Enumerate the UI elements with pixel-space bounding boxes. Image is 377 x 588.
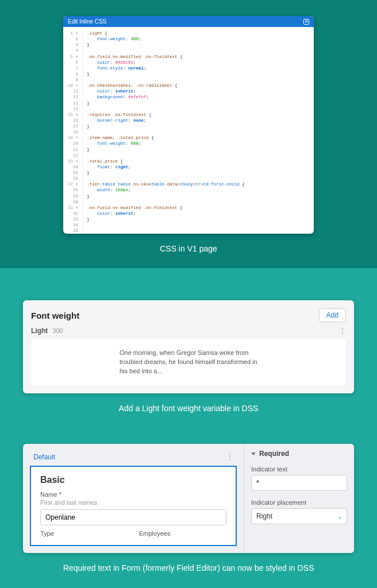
css-editor-titlebar: Edit Inline CSS ✕ [63, 16, 314, 27]
close-icon[interactable]: ✕ [303, 19, 309, 25]
required-section-toggle[interactable]: Required [251, 450, 347, 458]
font-weight-title: Font weight [31, 311, 79, 320]
chevron-down-icon: ⌄ [337, 513, 342, 520]
section-caption: Required text in Form (formerly Field Ed… [23, 563, 354, 572]
kebab-menu-icon[interactable]: ⋮ [226, 453, 233, 461]
font-weight-preview: One morning, when Gregor Samsa woke from… [31, 339, 346, 385]
font-weight-value: 300 [52, 327, 63, 334]
css-editor-body[interactable]: 1 ▾2345 ▾678910 ▾1112131415 ▾16171819 ▾2… [63, 27, 314, 234]
form-heading: Basic [40, 475, 226, 485]
form-selected-box[interactable]: Basic Name * First and last names Type E… [30, 466, 237, 546]
section-css: Edit Inline CSS ✕ 1 ▾2345 ▾678910 ▾11121… [0, 0, 377, 268]
line-gutter: 1 ▾2345 ▾678910 ▾1112131415 ▾16171819 ▾2… [66, 30, 83, 234]
section-font-weight: Font weight Add Light 300 ⋮ One morning,… [0, 268, 377, 427]
name-label: Name * [40, 491, 226, 498]
code-area[interactable]: .light { font-weight: 300;} .nx-field.nx… [83, 30, 245, 234]
chevron-down-icon [251, 452, 256, 455]
font-weight-card: Font weight Add Light 300 ⋮ One morning,… [23, 300, 354, 393]
form-properties-panel: Required Indicator text Indicator placem… [244, 444, 354, 553]
name-hint: First and last names [40, 499, 226, 506]
indicator-text-input[interactable] [251, 475, 347, 491]
font-weight-row[interactable]: Light 300 ⋮ [31, 326, 346, 339]
indicator-text-label: Indicator text [251, 466, 347, 473]
indicator-placement-label: Indicator placement [251, 499, 347, 506]
section-caption: CSS in V1 page [63, 244, 314, 253]
name-field[interactable] [40, 509, 226, 525]
preview-text: One morning, when Gregor Samsa woke from… [120, 349, 257, 376]
css-editor-title: Edit Inline CSS [68, 18, 106, 25]
kebab-menu-icon[interactable]: ⋮ [339, 327, 346, 335]
section-form: Default ⋮ Basic Name * First and last na… [0, 427, 377, 586]
indicator-placement-select[interactable]: Right ⌄ [251, 508, 347, 524]
employees-label: Employees [139, 530, 226, 537]
font-weight-name: Light [31, 327, 48, 335]
form-tab-default[interactable]: Default [33, 453, 55, 461]
css-editor-card: Edit Inline CSS ✕ 1 ▾2345 ▾678910 ▾11121… [63, 16, 314, 234]
add-button[interactable]: Add [319, 308, 346, 322]
section-caption: Add a Light font weight variable in DSS [23, 404, 354, 413]
form-canvas: Default ⋮ Basic Name * First and last na… [23, 444, 244, 553]
form-panel: Default ⋮ Basic Name * First and last na… [23, 444, 354, 553]
type-label: Type [40, 530, 128, 537]
